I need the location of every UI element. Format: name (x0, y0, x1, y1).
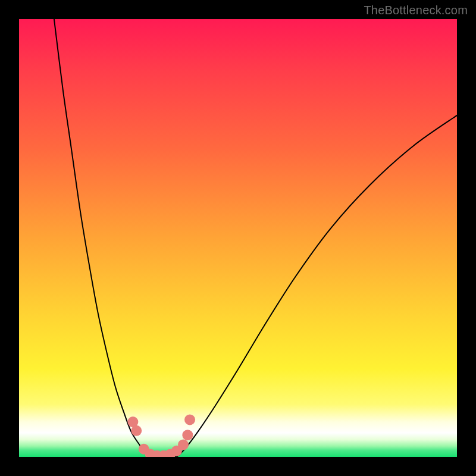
marker-dot (182, 430, 193, 440)
marker-layer (127, 414, 195, 457)
chart-svg (19, 19, 457, 457)
curve-left-curve (54, 19, 151, 457)
chart-frame: TheBottleneck.com (0, 0, 476, 476)
marker-dot (178, 439, 189, 450)
plot-area (19, 19, 457, 457)
marker-dot (131, 425, 142, 436)
curve-right-curve (177, 115, 457, 457)
watermark-text: TheBottleneck.com (364, 4, 468, 17)
marker-dot (184, 414, 195, 425)
series-layer (54, 19, 457, 457)
